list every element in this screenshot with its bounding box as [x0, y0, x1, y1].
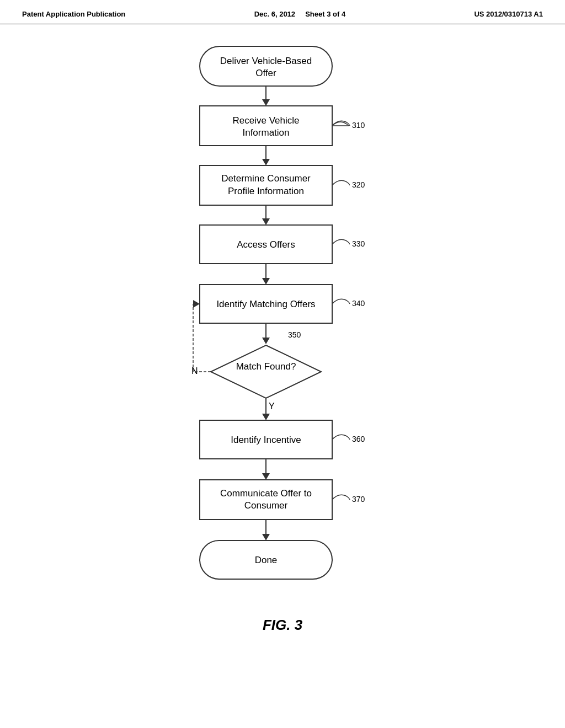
- svg-text:Deliver Vehicle-Based: Deliver Vehicle-Based: [220, 56, 312, 66]
- header-sheet: Sheet 3 of 4: [305, 10, 345, 18]
- svg-text:340: 340: [352, 299, 365, 308]
- svg-text:Y: Y: [269, 402, 275, 411]
- svg-text:330: 330: [352, 239, 365, 248]
- svg-rect-5: [200, 106, 332, 146]
- svg-marker-29: [211, 345, 321, 398]
- svg-text:Profile Information: Profile Information: [228, 186, 304, 196]
- svg-text:350: 350: [288, 330, 301, 339]
- flowchart-svg: Deliver Vehicle-Based Offer Receive Vehi…: [89, 35, 476, 659]
- svg-marker-34: [262, 414, 270, 420]
- svg-rect-0: [200, 46, 332, 86]
- page-header: Patent Application Publication Dec. 6, 2…: [0, 0, 565, 24]
- svg-text:320: 320: [352, 180, 365, 189]
- svg-text:Determine Consumer: Determine Consumer: [221, 173, 311, 184]
- svg-marker-10: [262, 159, 270, 165]
- svg-text:Offer: Offer: [255, 68, 276, 78]
- header-center: Dec. 6, 2012 Sheet 3 of 4: [254, 10, 345, 18]
- svg-text:Consumer: Consumer: [244, 500, 288, 511]
- svg-text:Identify Matching Offers: Identify Matching Offers: [216, 299, 315, 309]
- svg-marker-16: [262, 218, 270, 225]
- svg-text:Information: Information: [242, 127, 289, 138]
- svg-rect-11: [200, 165, 332, 205]
- header-left: Patent Application Publication: [22, 10, 125, 18]
- svg-marker-4: [262, 99, 270, 106]
- svg-rect-43: [200, 480, 332, 520]
- header-date: Dec. 6, 2012: [254, 10, 295, 18]
- svg-text:Done: Done: [255, 555, 278, 565]
- svg-marker-48: [262, 534, 270, 540]
- header-right: US 2012/0310713 A1: [474, 10, 543, 18]
- svg-text:Identify Incentive: Identify Incentive: [231, 435, 301, 445]
- svg-text:Communicate Offer to: Communicate Offer to: [220, 488, 312, 499]
- svg-marker-21: [262, 278, 270, 285]
- svg-marker-42: [262, 473, 270, 480]
- svg-text:N: N: [191, 366, 198, 376]
- svg-text:Receive Vehicle: Receive Vehicle: [233, 115, 300, 126]
- svg-text:370: 370: [352, 495, 365, 504]
- svg-marker-27: [262, 338, 270, 344]
- svg-text:360: 360: [352, 435, 365, 443]
- svg-text:310: 310: [352, 121, 365, 130]
- svg-text:Match Found?: Match Found?: [236, 361, 296, 372]
- diagram-area: Deliver Vehicle-Based Offer Receive Vehi…: [89, 24, 476, 661]
- svg-text:Access Offers: Access Offers: [237, 239, 295, 250]
